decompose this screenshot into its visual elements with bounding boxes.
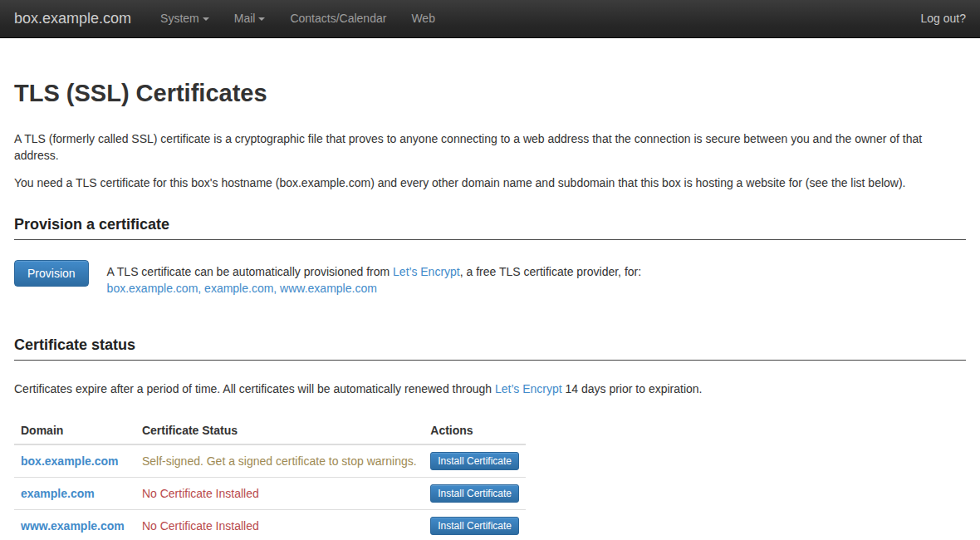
install-certificate-button[interactable]: Install Certificate	[430, 452, 519, 470]
certificate-status-text: Self-signed. Get a signed certificate to…	[142, 454, 417, 468]
certificate-table: Domain Certificate Status Actions box.ex…	[14, 417, 526, 540]
navbar-right: Log out?	[909, 0, 967, 37]
nav-item-system[interactable]: System	[148, 0, 222, 37]
chevron-down-icon	[203, 17, 209, 21]
certificate-status-text: No Certificate Installed	[142, 487, 259, 500]
table-row: www.example.com No Certificate Installed…	[14, 510, 526, 540]
lets-encrypt-link[interactable]: Let’s Encrypt	[495, 382, 562, 395]
lets-encrypt-link[interactable]: Let’s Encrypt	[393, 265, 460, 278]
table-row: box.example.com Self-signed. Get a signe…	[14, 444, 526, 478]
status-note-after: 14 days prior to expiration.	[562, 382, 703, 395]
table-row: example.com No Certificate Installed Ins…	[14, 478, 526, 510]
column-header-certificate-status: Certificate Status	[135, 417, 424, 444]
chevron-down-icon	[258, 17, 265, 21]
provision-row: Provision A TLS certificate can be autom…	[14, 260, 966, 297]
domain-link[interactable]: www.example.com	[21, 519, 125, 533]
nav-item-mail[interactable]: Mail	[222, 0, 278, 37]
provision-text-before: A TLS certificate can be automatically p…	[107, 265, 393, 278]
install-certificate-button[interactable]: Install Certificate	[430, 517, 519, 535]
provision-domains-links[interactable]: box.example.com, example.com, www.exampl…	[107, 282, 377, 295]
provision-section-heading: Provision a certificate	[14, 216, 966, 240]
provision-button[interactable]: Provision	[14, 260, 89, 287]
navbar-brand[interactable]: box.example.com	[14, 0, 131, 37]
certificate-status-heading: Certificate status	[14, 336, 966, 361]
logout-link[interactable]: Log out?	[909, 0, 967, 37]
provision-description: A TLS certificate can be automatically p…	[107, 260, 642, 297]
certificate-status-note: Certificates expire after a period of ti…	[14, 380, 966, 397]
domain-link[interactable]: box.example.com	[21, 454, 119, 468]
table-header-row: Domain Certificate Status Actions	[14, 417, 526, 444]
intro-paragraph-1: A TLS (formerly called SSL) certificate …	[14, 130, 966, 164]
nav-item-system-label: System	[160, 12, 199, 25]
top-navbar: box.example.com System Mail Contacts/Cal…	[0, 0, 980, 38]
provision-text-after: , a free TLS certificate provider, for:	[460, 265, 641, 278]
main-content: TLS (SSL) Certificates A TLS (formerly c…	[0, 80, 980, 540]
nav-item-contacts-calendar[interactable]: Contacts/Calendar	[277, 0, 399, 37]
nav-item-mail-label: Mail	[234, 12, 256, 25]
status-note-before: Certificates expire after a period of ti…	[14, 382, 495, 395]
page-title: TLS (SSL) Certificates	[14, 80, 966, 107]
install-certificate-button[interactable]: Install Certificate	[430, 484, 519, 503]
nav-item-web[interactable]: Web	[399, 0, 448, 37]
intro-paragraph-2: You need a TLS certificate for this box'…	[14, 174, 966, 191]
domain-link[interactable]: example.com	[21, 487, 95, 500]
certificate-status-text: No Certificate Installed	[142, 519, 259, 533]
column-header-domain: Domain	[14, 417, 135, 444]
navbar-menu: System Mail Contacts/Calendar Web	[148, 0, 448, 37]
column-header-actions: Actions	[424, 417, 526, 444]
